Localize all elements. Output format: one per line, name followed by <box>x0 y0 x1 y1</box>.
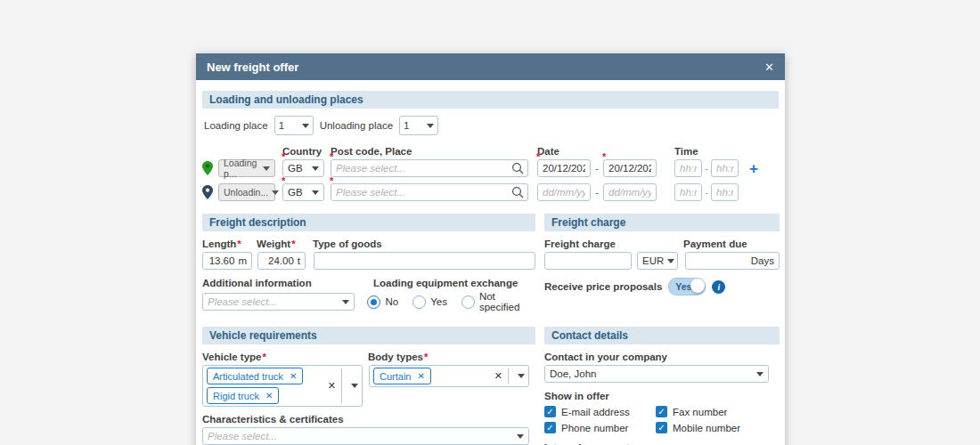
show-mobile-checkbox[interactable]: ✓ Mobile number <box>656 422 740 433</box>
characteristics-select[interactable]: Please select... <box>202 427 529 445</box>
close-icon[interactable]: ✕ <box>764 61 774 74</box>
desktop-background: { "window": { "title": "New freight offe… <box>0 0 980 445</box>
loading-time-to-input[interactable] <box>711 159 739 177</box>
unloading-place-search-input[interactable] <box>331 183 528 201</box>
length-unit: m <box>238 255 247 266</box>
currency-select[interactable]: EUR <box>637 252 678 270</box>
radio-icon[interactable] <box>461 295 475 309</box>
col-time-label: Time <box>674 146 698 157</box>
section-freight-description-header: Freight description <box>202 214 535 231</box>
toggle-knob[interactable] <box>690 279 705 293</box>
equipment-option-yes[interactable]: Yes <box>412 295 447 309</box>
loading-kind-value: Loading p... <box>224 158 259 179</box>
clear-all-icon[interactable]: ✕ <box>494 370 502 382</box>
unloading-place-count-label: Unloading place <box>320 120 393 131</box>
price-proposals-toggle[interactable]: Yes <box>668 278 706 295</box>
unloading-place-row: Unloadin... * GB * - - <box>202 183 779 201</box>
loading-pin-icon <box>202 161 213 175</box>
loading-time-from-input[interactable] <box>674 159 702 177</box>
chip-remove-icon[interactable]: ✕ <box>417 371 424 381</box>
toggle-state-label: Yes <box>675 281 691 292</box>
required-marker: * <box>330 175 333 186</box>
chevron-down-icon[interactable] <box>518 374 525 378</box>
additional-info-select[interactable]: Please select... <box>202 293 355 311</box>
loading-date-to-input[interactable] <box>603 159 657 177</box>
loading-kind-select[interactable]: Loading p... <box>218 159 275 177</box>
contact-details-section: Contact details Contact in your company … <box>544 327 780 445</box>
equipment-option-no[interactable]: No <box>367 295 398 309</box>
length-value: 13.60 <box>209 255 235 266</box>
contact-company-label: Contact in your company <box>544 352 667 362</box>
chevron-down-icon <box>272 190 279 195</box>
vehicle-requirements-section: Vehicle requirements Vehicle type* Body … <box>202 327 535 445</box>
vehicle-type-multiselect[interactable]: Articulated truck ✕ Rigid truck ✕ ✕ <box>202 365 363 407</box>
weight-value: 24.00 <box>268 255 294 266</box>
show-phone-checkbox[interactable]: ✓ Phone number <box>544 422 656 433</box>
places-column-headers: Country Post code, Place Date Time <box>202 146 779 157</box>
checkbox-checked-icon[interactable]: ✓ <box>544 406 556 417</box>
loading-place-search-input[interactable] <box>331 159 528 177</box>
date-range-dash: - <box>591 187 603 198</box>
loading-place-count-select[interactable]: 1 <box>274 116 314 135</box>
add-place-button[interactable]: + <box>749 160 758 177</box>
chip-rigid-truck[interactable]: Rigid truck ✕ <box>207 387 279 404</box>
chip-articulated-truck[interactable]: Articulated truck ✕ <box>207 368 303 384</box>
show-email-checkbox[interactable]: ✓ E-mail address <box>544 406 656 417</box>
chevron-down-icon <box>312 166 319 171</box>
unloading-kind-value: Unloadin... <box>224 187 268 198</box>
weight-input[interactable]: 24.00 t <box>257 252 306 270</box>
checkbox-checked-icon[interactable]: ✓ <box>656 422 667 433</box>
time-range-dash: - <box>702 163 711 174</box>
unloading-kind-select[interactable]: Unloadin... <box>218 183 275 201</box>
col-country-label: Country <box>282 146 322 157</box>
time-range-dash: - <box>702 187 711 198</box>
chip-remove-icon[interactable]: ✕ <box>290 371 297 381</box>
additional-info-label: Additional information <box>202 278 373 288</box>
dialog-content: Loading and unloading places Loading pla… <box>196 80 785 445</box>
length-input[interactable]: 13.60 m <box>202 252 252 270</box>
checkbox-checked-icon[interactable]: ✓ <box>544 422 556 433</box>
col-date-label: Date <box>537 146 559 157</box>
loading-date-from-input[interactable] <box>537 159 591 177</box>
chevron-down-icon <box>427 124 434 128</box>
payment-due-input[interactable]: Days <box>685 252 780 270</box>
section-vehicle-header: Vehicle requirements <box>202 327 535 344</box>
vehicle-type-label: Vehicle type* <box>202 352 368 362</box>
body-types-label: Body types* <box>368 352 428 362</box>
payment-due-suffix: Days <box>751 255 774 266</box>
dialog-titlebar: New freight offer ✕ <box>196 53 785 80</box>
radio-selected-icon[interactable] <box>367 295 380 309</box>
info-icon[interactable]: i <box>712 280 725 294</box>
equipment-option-not-specified[interactable]: Not specified <box>461 291 535 312</box>
contact-select[interactable]: Doe, John <box>544 365 769 383</box>
place-counts-row: Loading place 1 Unloading place 1 <box>204 116 779 135</box>
radio-icon[interactable] <box>412 295 426 309</box>
type-of-goods-input[interactable] <box>314 252 535 270</box>
unloading-pin-icon <box>202 185 213 199</box>
section-contact-header: Contact details <box>544 327 780 344</box>
chevron-down-icon <box>263 166 270 171</box>
show-fax-checkbox[interactable]: ✓ Fax number <box>656 406 727 417</box>
clear-all-icon[interactable]: ✕ <box>328 380 336 392</box>
chip-curtain[interactable]: Curtain ✕ <box>373 368 431 384</box>
type-of-goods-label: Type of goods <box>313 239 382 249</box>
chevron-down-icon <box>312 190 319 195</box>
freight-charge-input[interactable] <box>544 252 632 270</box>
unloading-country-select[interactable]: GB <box>282 183 324 201</box>
checkbox-checked-icon[interactable]: ✓ <box>656 406 667 417</box>
price-proposals-label: Receive price proposals <box>544 281 662 292</box>
chip-remove-icon[interactable]: ✕ <box>265 391 273 400</box>
unloading-place-count-select[interactable]: 1 <box>399 116 438 135</box>
search-icon <box>511 162 524 174</box>
loading-country-select[interactable]: GB <box>282 159 324 177</box>
chevron-down-icon[interactable] <box>351 384 358 388</box>
required-marker: * <box>602 151 606 162</box>
unloading-time-to-input[interactable] <box>711 183 739 201</box>
unloading-date-from-input[interactable] <box>537 183 591 201</box>
chevron-down-icon <box>667 259 674 263</box>
show-in-offer-label: Show in offer <box>544 391 780 401</box>
body-types-multiselect[interactable]: Curtain ✕ ✕ <box>369 365 529 387</box>
unloading-date-to-input[interactable] <box>603 183 657 201</box>
unloading-time-from-input[interactable] <box>674 183 702 201</box>
contact-value: Doe, John <box>550 368 596 379</box>
